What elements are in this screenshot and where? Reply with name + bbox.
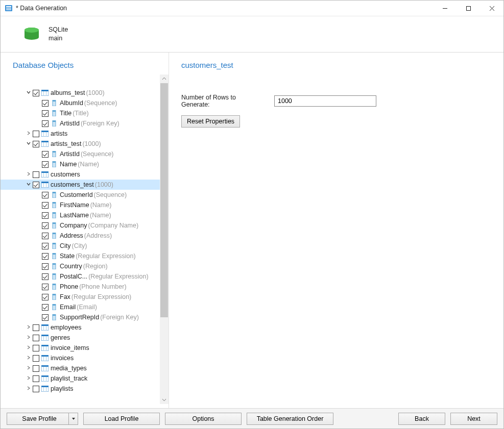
tree-row[interactable]: Name (Name)	[1, 159, 160, 169]
tree-row[interactable]: ArtistId (Foreign Key)	[1, 118, 160, 129]
tree-row[interactable]: FirstName (Name)	[1, 200, 160, 210]
tree-checkbox[interactable]	[33, 386, 39, 392]
maximize-button[interactable]	[457, 1, 480, 16]
tree-row[interactable]: LastName (Name)	[1, 210, 160, 220]
tree-checkbox[interactable]	[42, 314, 49, 321]
tree-checkbox[interactable]	[42, 161, 49, 168]
tree-checkbox[interactable]	[42, 192, 49, 198]
tree-checkbox[interactable]	[33, 335, 39, 341]
tree-checkbox[interactable]	[42, 110, 49, 117]
tree-row[interactable]: Company (Company Name)	[1, 220, 160, 231]
expander-toggle[interactable]	[25, 131, 32, 137]
tree-row[interactable]: CustomerId (Sequence)	[1, 190, 160, 200]
tree-row[interactable]: Title (Title)	[1, 108, 160, 118]
reset-properties-button[interactable]: Reset Properties	[181, 115, 240, 128]
save-profile-button[interactable]: Save Profile	[7, 413, 78, 425]
tree-checkbox[interactable]	[42, 263, 49, 270]
tree-checkbox[interactable]	[42, 222, 49, 229]
expander-toggle[interactable]	[25, 324, 32, 331]
tree-checkbox[interactable]	[42, 253, 49, 260]
tree-row[interactable]: invoices	[1, 353, 160, 363]
tree-checkbox[interactable]	[33, 324, 39, 331]
expander-toggle[interactable]	[25, 141, 32, 147]
tree-checkbox[interactable]	[42, 243, 49, 249]
expander-toggle[interactable]	[25, 375, 32, 382]
column-icon	[51, 222, 58, 229]
save-profile-dropdown[interactable]	[68, 413, 78, 424]
tree-row[interactable]: ArtistId (Sequence)	[1, 149, 160, 159]
tree-row[interactable]: playlist_track	[1, 373, 160, 384]
tree-row[interactable]: albums_test (1000)	[1, 88, 160, 98]
tree-checkbox[interactable]	[33, 182, 39, 188]
expander-toggle[interactable]	[25, 335, 32, 341]
tree-checkbox[interactable]	[42, 120, 49, 127]
tree-row[interactable]: Email (Email)	[1, 302, 160, 312]
tree-row[interactable]: PostalC... (Regular Expression)	[1, 271, 160, 282]
database-icon	[23, 27, 40, 41]
load-profile-button[interactable]: Load Profile	[83, 413, 160, 425]
tree-row[interactable]: Address (Address)	[1, 231, 160, 241]
tree-row[interactable]: Phone (Phone Number)	[1, 282, 160, 292]
tree-checkbox[interactable]	[42, 151, 49, 158]
scroll-thumb[interactable]	[160, 83, 168, 317]
expander-toggle[interactable]	[25, 90, 32, 96]
tree-checkbox[interactable]	[33, 131, 39, 137]
table-generation-order-button[interactable]: Table Generation Order	[247, 413, 333, 425]
next-button[interactable]: Next	[450, 413, 497, 425]
svg-rect-61	[53, 294, 56, 295]
tree-row[interactable]: customers_test (1000)	[1, 180, 160, 190]
tree-row[interactable]: playlists	[1, 384, 160, 394]
tree-row[interactable]: customers	[1, 169, 160, 180]
object-tree[interactable]: albums_test (1000)AlbumId (Sequence)Titl…	[1, 74, 160, 404]
expander-toggle[interactable]	[25, 171, 32, 178]
tree-checkbox[interactable]	[33, 90, 39, 96]
scroll-up-arrow[interactable]	[160, 74, 169, 83]
tree-checkbox[interactable]	[33, 365, 39, 372]
tree-row[interactable]: artists	[1, 129, 160, 139]
expander-toggle[interactable]	[25, 386, 32, 392]
tree-node-hint: (Foreign Key)	[81, 120, 119, 127]
tree-row[interactable]: SupportRepId (Foreign Key)	[1, 312, 160, 322]
tree-checkbox[interactable]	[42, 294, 49, 300]
tree-row[interactable]: City (City)	[1, 241, 160, 251]
column-icon	[51, 233, 58, 239]
vertical-scrollbar[interactable]	[160, 74, 169, 404]
tree-row[interactable]: genres	[1, 333, 160, 343]
tree-checkbox[interactable]	[42, 100, 49, 107]
tree-row[interactable]: Country (Region)	[1, 261, 160, 271]
tree-checkbox[interactable]	[33, 355, 39, 362]
minimize-button[interactable]	[433, 1, 457, 16]
tree-row[interactable]: Fax (Regular Expression)	[1, 292, 160, 302]
app-window: * Data Generation SQLite main Database O…	[0, 0, 504, 429]
close-button[interactable]	[480, 1, 503, 16]
options-button[interactable]: Options	[165, 413, 242, 425]
tree-node-hint: (Regular Expression)	[88, 273, 148, 280]
tree-row[interactable]: State (Regular Expression)	[1, 251, 160, 261]
tree-node-label: Address	[60, 232, 83, 239]
right-pane-title: customers_test	[181, 61, 491, 69]
tree-checkbox[interactable]	[33, 171, 39, 178]
tree-checkbox[interactable]	[42, 212, 49, 219]
tree-checkbox[interactable]	[33, 345, 39, 351]
expander-toggle[interactable]	[25, 355, 32, 361]
tree-row[interactable]: employees	[1, 322, 160, 333]
tree-checkbox[interactable]	[33, 375, 39, 382]
tree-row[interactable]: media_types	[1, 363, 160, 373]
tree-checkbox[interactable]	[42, 273, 49, 280]
back-button[interactable]: Back	[398, 413, 445, 425]
scroll-down-arrow[interactable]	[160, 395, 169, 404]
rows-input[interactable]	[274, 95, 376, 107]
tree-checkbox[interactable]	[42, 304, 49, 311]
tree-checkbox[interactable]	[42, 202, 49, 209]
tree-checkbox[interactable]	[42, 284, 49, 290]
tree-row[interactable]: AlbumId (Sequence)	[1, 98, 160, 108]
expander-toggle[interactable]	[25, 345, 32, 351]
expander-toggle[interactable]	[25, 182, 32, 188]
tree-checkbox[interactable]	[33, 141, 39, 147]
svg-rect-47	[53, 222, 56, 224]
tree-row[interactable]: invoice_items	[1, 343, 160, 353]
expander-toggle[interactable]	[25, 365, 32, 371]
tree-checkbox[interactable]	[42, 233, 49, 239]
scroll-track[interactable]	[160, 83, 169, 395]
tree-row[interactable]: artists_test (1000)	[1, 139, 160, 149]
